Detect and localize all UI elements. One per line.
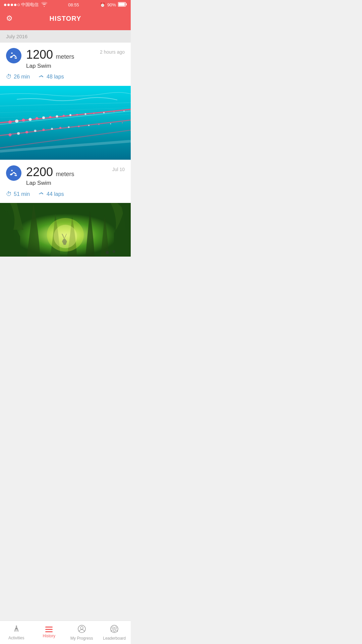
gear-icon[interactable]: ⚙: [6, 14, 13, 23]
laps-icon-1: [38, 73, 45, 81]
battery-icon: [118, 2, 127, 8]
status-time: 08:55: [68, 2, 79, 7]
svg-line-44: [18, 629, 18, 632]
stat-laps-2: 44 laps: [38, 190, 64, 198]
svg-point-21: [114, 111, 115, 112]
svg-point-32: [88, 125, 89, 126]
dot-3: [11, 4, 13, 6]
svg-point-31: [78, 125, 80, 127]
stat-laps-value-1: 48 laps: [47, 74, 64, 80]
svg-point-10: [29, 118, 32, 121]
activity-card-2[interactable]: 2200 meters Lap Swim Jul 10 ⏱ 51 min: [0, 160, 131, 203]
dot-1: [4, 4, 6, 6]
stat-laps-value-2: 44 laps: [47, 191, 64, 197]
dot-5: [17, 4, 20, 6]
stat-duration-value-1: 26 min: [14, 74, 30, 80]
svg-rect-1: [126, 3, 127, 5]
activity-left-2: 2200 meters Lap Swim: [6, 165, 74, 187]
svg-point-33: [98, 124, 100, 125]
carrier-name: 中国电信: [21, 2, 39, 8]
nav-history[interactable]: History: [33, 621, 66, 644]
activity-info-2: 2200 meters Lap Swim: [26, 165, 74, 187]
swim-icon-2: [6, 165, 21, 181]
activity-top-2: 2200 meters Lap Swim Jul 10: [6, 165, 125, 187]
svg-point-23: [9, 133, 12, 136]
wifi-icon: [41, 2, 47, 8]
nav-my-progress[interactable]: My Progress: [65, 621, 98, 644]
svg-point-50: [112, 627, 114, 629]
svg-point-18: [85, 113, 86, 115]
activity-stats-1: ⏱ 26 min 48 laps: [6, 73, 125, 86]
svg-point-15: [63, 115, 65, 117]
svg-point-8: [15, 119, 18, 123]
activity-stats-2: ⏱ 51 min 44 laps: [6, 190, 125, 203]
svg-point-29: [59, 127, 61, 129]
nav-activities[interactable]: Activities: [0, 621, 33, 644]
bottom-nav: Activities History My Progress: [0, 621, 131, 644]
activity-distance-2: 2200 meters: [26, 165, 74, 179]
stat-duration-2: ⏱ 51 min: [6, 190, 30, 198]
nav-leaderboard[interactable]: Leaderboard: [98, 621, 131, 644]
svg-point-11: [36, 117, 38, 120]
nav-activities-label: Activities: [8, 636, 24, 640]
timer-icon-1: ⏱: [6, 73, 12, 80]
activity-time-1: 2 hours ago: [100, 49, 125, 55]
svg-point-42: [16, 626, 17, 627]
svg-point-7: [8, 120, 12, 124]
swim-icon-1: [6, 48, 21, 63]
laps-icon-2: [38, 190, 45, 198]
svg-line-43: [14, 629, 15, 632]
activity-left-1: 1200 meters Lap Swim: [6, 48, 74, 69]
hamburger-line-3: [45, 631, 53, 632]
leaderboard-icon: [110, 625, 119, 635]
svg-point-19: [93, 113, 95, 114]
nav-leaderboard-label: Leaderboard: [103, 636, 126, 641]
nav-progress-label: My Progress: [70, 636, 93, 641]
svg-point-35: [122, 122, 123, 123]
svg-point-22: [124, 110, 125, 111]
svg-point-28: [51, 128, 53, 130]
svg-point-16: [69, 114, 71, 116]
activity-info-1: 1200 meters Lap Swim: [26, 48, 74, 69]
stat-duration-value-2: 51 min: [14, 191, 30, 197]
progress-icon: [77, 625, 86, 635]
svg-point-51: [115, 627, 117, 629]
svg-point-14: [56, 115, 58, 117]
dot-2: [7, 4, 10, 6]
timer-icon-2: ⏱: [6, 191, 12, 198]
hamburger-line-2: [45, 629, 53, 630]
svg-point-40: [106, 251, 109, 254]
section-header: July 2016: [0, 30, 131, 43]
svg-point-13: [49, 116, 52, 118]
activity-distance-1: 1200 meters: [26, 48, 74, 61]
svg-point-24: [17, 132, 20, 135]
activity-type-1: Lap Swim: [26, 63, 74, 69]
svg-point-12: [42, 116, 45, 119]
status-right: ⏰ 90%: [100, 2, 127, 8]
pool-image-1: [0, 86, 131, 160]
hamburger-icon: [45, 627, 53, 632]
activity-time-2: Jul 10: [112, 167, 125, 172]
content-scroll: July 2016 1200 meters Lap Swim: [0, 30, 131, 283]
forest-image-2: [0, 203, 131, 257]
svg-point-30: [68, 126, 70, 128]
signal-dots: [4, 4, 20, 6]
nav-history-label: History: [43, 634, 55, 638]
svg-point-25: [25, 131, 28, 133]
history-icon: [45, 627, 53, 632]
activities-icon: [12, 625, 20, 634]
status-left: 中国电信: [4, 2, 47, 8]
activity-card-1[interactable]: 1200 meters Lap Swim 2 hours ago ⏱ 26 mi…: [0, 43, 131, 86]
svg-point-17: [76, 114, 78, 115]
svg-rect-2: [118, 3, 125, 6]
svg-point-9: [22, 118, 25, 121]
activity-type-2: Lap Swim: [26, 180, 74, 186]
svg-point-26: [34, 129, 37, 132]
svg-point-34: [110, 123, 111, 124]
status-bar: 中国电信 08:55 ⏰ 90%: [0, 0, 131, 9]
alarm-icon: ⏰: [100, 2, 105, 7]
stat-duration-1: ⏱ 26 min: [6, 73, 30, 81]
section-date: July 2016: [6, 34, 27, 39]
page-title: HISTORY: [50, 15, 81, 22]
page-header: ⚙ HISTORY: [0, 9, 131, 30]
